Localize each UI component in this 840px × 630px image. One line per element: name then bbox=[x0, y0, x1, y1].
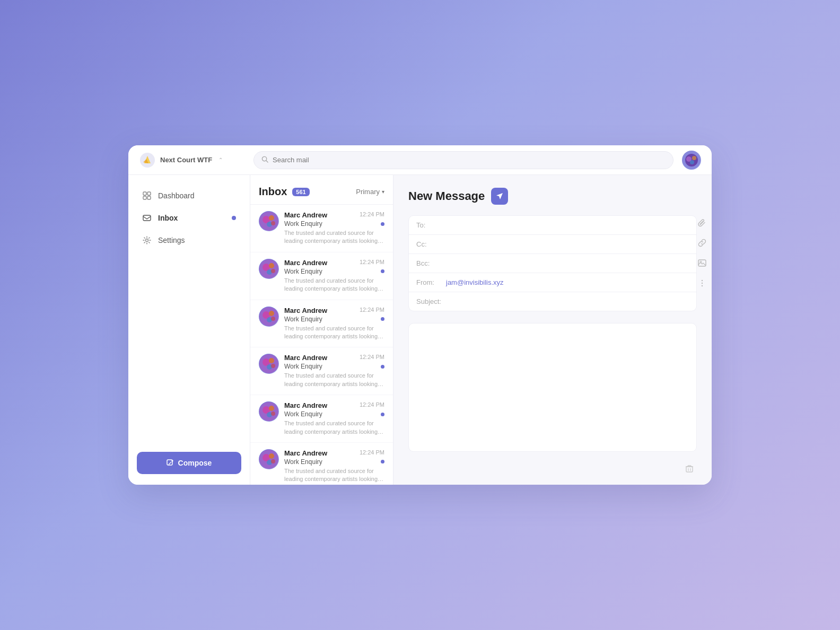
compose-body bbox=[408, 323, 697, 452]
mail-sender: Marc Andrew bbox=[284, 354, 327, 362]
svg-point-24 bbox=[269, 263, 274, 268]
mail-avatar bbox=[259, 307, 279, 327]
mail-sender: Marc Andrew bbox=[284, 307, 327, 314]
field-subject: Subject: bbox=[409, 292, 696, 311]
mail-preview: The trusted and curated source for leadi… bbox=[284, 372, 384, 388]
mail-subject-text: Work Enquiry bbox=[284, 268, 322, 275]
body: Dashboard Inbox bbox=[128, 175, 712, 485]
cc-input[interactable] bbox=[446, 240, 689, 248]
mail-subject: Work Enquiry bbox=[284, 316, 384, 323]
inbox-filter-label: Primary bbox=[356, 188, 380, 196]
svg-line-4 bbox=[266, 160, 268, 162]
mail-item[interactable]: Marc Andrew 12:24 PM Work Enquiry The tr… bbox=[250, 443, 393, 485]
mail-avatar bbox=[259, 401, 279, 422]
compose-icon bbox=[167, 459, 174, 467]
unread-dot bbox=[381, 269, 384, 273]
bcc-input[interactable] bbox=[446, 259, 689, 267]
attach-button[interactable] bbox=[695, 215, 710, 230]
svg-point-36 bbox=[271, 364, 275, 368]
sidebar-compose: Compose bbox=[128, 452, 250, 474]
mail-content: Marc Andrew 12:24 PM Work Enquiry The tr… bbox=[284, 354, 384, 388]
sidebar-item-settings[interactable]: Settings bbox=[135, 230, 243, 250]
field-bcc: Bcc: bbox=[409, 254, 696, 273]
mail-sender: Marc Andrew bbox=[284, 401, 327, 409]
sidebar-item-label-dashboard: Dashboard bbox=[158, 191, 195, 200]
unread-dot bbox=[381, 365, 384, 369]
link-button[interactable] bbox=[695, 235, 710, 250]
send-button[interactable] bbox=[491, 188, 508, 205]
header: Next Court WTF ⌃ bbox=[128, 145, 712, 175]
mail-subject-text: Work Enquiry bbox=[284, 458, 322, 466]
svg-point-9 bbox=[690, 160, 694, 164]
svg-point-46 bbox=[271, 459, 275, 463]
mail-content: Marc Andrew 12:24 PM Work Enquiry The tr… bbox=[284, 259, 384, 293]
mail-subject: Work Enquiry bbox=[284, 410, 384, 418]
svg-point-31 bbox=[271, 317, 275, 321]
compose-button[interactable]: Compose bbox=[137, 452, 241, 474]
sidebar-item-dashboard[interactable]: Dashboard bbox=[135, 186, 243, 206]
inbox-title: Inbox bbox=[259, 186, 287, 198]
mail-item[interactable]: Marc Andrew 12:24 PM Work Enquiry The tr… bbox=[250, 347, 393, 395]
inbox-header: Inbox 561 Primary ▾ bbox=[250, 175, 393, 205]
mail-time: 12:24 PM bbox=[360, 259, 384, 265]
field-cc: Cc: bbox=[409, 235, 696, 254]
svg-point-21 bbox=[271, 221, 275, 225]
svg-point-41 bbox=[271, 412, 275, 416]
mail-icon bbox=[142, 213, 152, 223]
sidebar-item-label-settings: Settings bbox=[158, 236, 185, 244]
body-textarea[interactable] bbox=[416, 330, 689, 440]
mail-item[interactable]: Marc Andrew 12:24 PM Work Enquiry The tr… bbox=[250, 395, 393, 443]
compose-body-area: To: Cc: Bcc: From: ja bbox=[408, 215, 697, 476]
compose-header: New Message bbox=[408, 188, 697, 205]
inbox-title-wrap: Inbox 561 bbox=[259, 186, 310, 198]
svg-point-8 bbox=[692, 156, 696, 160]
more-icon bbox=[698, 279, 706, 287]
sidebar-item-inbox[interactable]: Inbox bbox=[135, 208, 243, 228]
subject-label: Subject: bbox=[416, 298, 442, 305]
unread-dot bbox=[381, 222, 384, 226]
brand: Next Court WTF ⌃ bbox=[139, 152, 245, 169]
svg-rect-47 bbox=[686, 467, 693, 472]
mail-subject-text: Work Enquiry bbox=[284, 220, 322, 228]
image-button[interactable] bbox=[695, 256, 710, 270]
mail-preview: The trusted and curated source for leadi… bbox=[284, 325, 384, 341]
svg-rect-51 bbox=[698, 260, 706, 266]
compose-fields: To: Cc: Bcc: From: ja bbox=[408, 215, 697, 311]
svg-rect-13 bbox=[147, 196, 151, 199]
sidebar-item-label-inbox: Inbox bbox=[158, 214, 178, 222]
mail-sender: Marc Andrew bbox=[284, 211, 327, 219]
mail-subject-text: Work Enquiry bbox=[284, 363, 322, 370]
mail-content: Marc Andrew 12:24 PM Work Enquiry The tr… bbox=[284, 449, 384, 484]
mail-time: 12:24 PM bbox=[360, 307, 384, 313]
search-bar[interactable] bbox=[253, 151, 673, 169]
bcc-label: Bcc: bbox=[416, 259, 442, 267]
delete-button[interactable] bbox=[682, 461, 697, 476]
svg-point-39 bbox=[269, 406, 274, 411]
brand-chevron-icon[interactable]: ⌃ bbox=[218, 157, 223, 163]
mail-preview: The trusted and curated source for leadi… bbox=[284, 277, 384, 293]
svg-point-55 bbox=[702, 285, 703, 286]
chevron-down-icon: ▾ bbox=[382, 189, 384, 195]
mail-item[interactable]: Marc Andrew 12:24 PM Work Enquiry The tr… bbox=[250, 300, 393, 348]
mail-subject: Work Enquiry bbox=[284, 363, 384, 370]
brand-logo-icon bbox=[139, 152, 156, 169]
search-input[interactable] bbox=[273, 156, 666, 164]
mail-item[interactable]: Marc Andrew 12:24 PM Work Enquiry The tr… bbox=[250, 205, 393, 252]
more-button[interactable] bbox=[695, 276, 710, 291]
mail-preview: The trusted and curated source for leadi… bbox=[284, 419, 384, 436]
subject-input[interactable] bbox=[446, 298, 689, 305]
link-icon bbox=[698, 239, 706, 247]
unread-dot bbox=[381, 460, 384, 463]
mail-content: Marc Andrew 12:24 PM Work Enquiry The tr… bbox=[284, 401, 384, 436]
mail-item[interactable]: Marc Andrew 12:24 PM Work Enquiry The tr… bbox=[250, 252, 393, 300]
trash-icon bbox=[685, 465, 694, 473]
to-input[interactable] bbox=[446, 221, 689, 229]
paperclip-icon bbox=[698, 218, 706, 227]
inbox-filter[interactable]: Primary ▾ bbox=[356, 188, 384, 196]
svg-rect-11 bbox=[147, 192, 151, 195]
compose-footer bbox=[408, 457, 697, 476]
inbox-list: Marc Andrew 12:24 PM Work Enquiry The tr… bbox=[250, 205, 393, 485]
compose-fields-body: To: Cc: Bcc: From: ja bbox=[408, 215, 697, 476]
svg-point-54 bbox=[702, 283, 703, 284]
mail-avatar bbox=[259, 354, 279, 374]
